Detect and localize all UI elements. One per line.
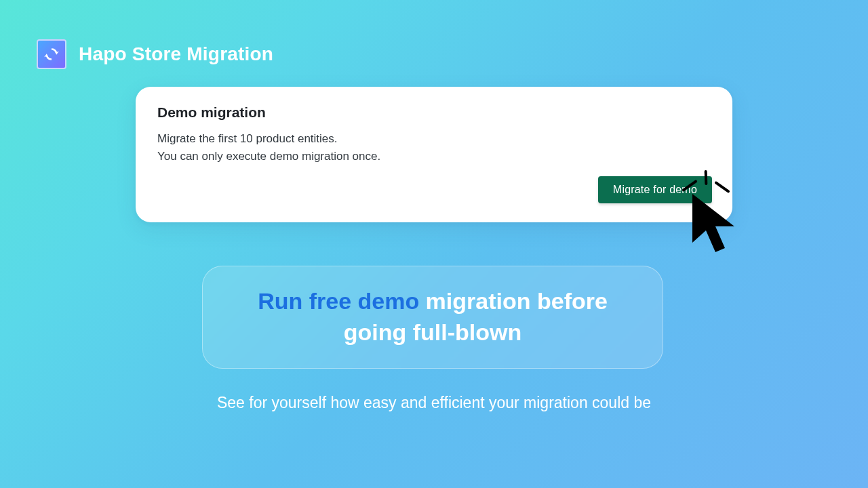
tagline-text: Run free demo migration before going ful… <box>227 286 638 348</box>
brand-header: Hapo Store Migration <box>37 39 273 69</box>
demo-migration-card: Demo migration Migrate the first 10 prod… <box>136 87 732 222</box>
card-title: Demo migration <box>157 104 711 121</box>
card-description-line2: You can only execute demo migration once… <box>157 148 711 165</box>
migrate-for-demo-button[interactable]: Migrate for demo <box>598 176 712 203</box>
sub-tagline: See for yourself how easy and efficient … <box>0 392 868 414</box>
card-description-line1: Migrate the first 10 product entities. <box>157 130 711 148</box>
promo-canvas: Hapo Store Migration Demo migration Migr… <box>0 0 868 488</box>
tagline-accent: Run free demo <box>258 288 419 314</box>
brand-logo <box>37 39 66 69</box>
tagline-pill: Run free demo migration before going ful… <box>202 266 663 369</box>
brand-title: Hapo Store Migration <box>79 43 273 65</box>
refresh-sync-icon <box>43 45 60 63</box>
